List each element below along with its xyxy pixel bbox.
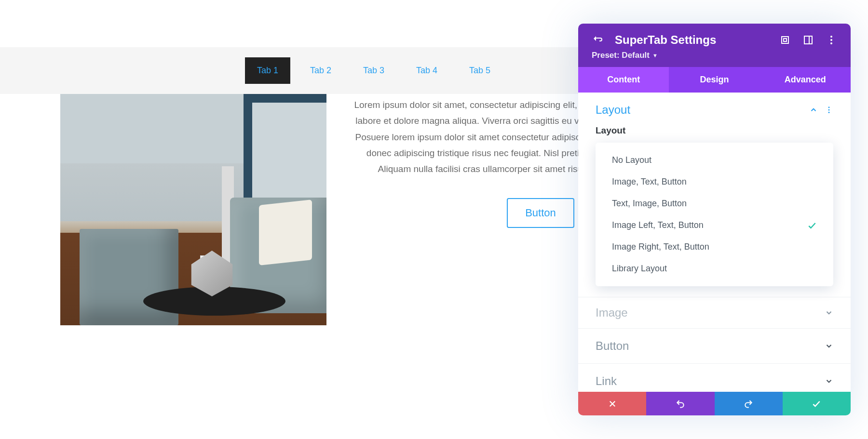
svg-point-8 [828,109,830,111]
section-link: Link [578,364,851,392]
cancel-button[interactable] [578,392,646,415]
section-image-header[interactable]: Image [596,306,833,319]
tab-4[interactable]: Tab 4 [404,57,449,84]
content-image [60,94,326,325]
tab-design-settings[interactable]: Design [669,67,760,93]
section-button-title: Button [596,339,629,353]
svg-rect-1 [784,39,787,41]
section-menu-icon[interactable] [825,106,833,114]
section-button-header[interactable]: Button [596,339,833,353]
tab-content-settings[interactable]: Content [578,67,669,93]
chevron-down-icon [825,342,833,350]
section-layout-header[interactable]: Layout [596,103,833,117]
tab-3[interactable]: Tab 3 [351,57,396,84]
tab-advanced-settings[interactable]: Advanced [760,67,851,93]
tab-2[interactable]: Tab 2 [298,57,343,84]
section-button: Button [578,329,851,364]
chevron-down-icon [825,308,833,317]
undo-button[interactable] [646,392,714,415]
check-icon [807,221,817,230]
section-layout: Layout Layout No Layout Image, Text, But… [578,93,851,297]
chevron-down-icon [825,377,833,386]
section-layout-title: Layout [596,103,630,117]
svg-point-5 [830,39,832,41]
layout-option-library[interactable]: Library Layout [596,258,833,279]
redo-icon [744,399,753,409]
section-image-title: Image [596,306,628,319]
check-icon [812,399,821,409]
svg-point-4 [830,36,832,38]
layout-option-text-image-button[interactable]: Text, Image, Button [596,193,833,214]
layout-option-image-right[interactable]: Image Right, Text, Button [596,236,833,258]
panel-body[interactable]: Layout Layout No Layout Image, Text, But… [578,93,851,392]
section-link-header[interactable]: Link [596,374,833,388]
undo-icon [676,399,685,409]
confirm-button[interactable] [783,392,851,415]
panel-title: SuperTab Settings [615,33,768,47]
svg-point-7 [828,106,830,108]
tab-5[interactable]: Tab 5 [457,57,502,84]
layout-option-no-layout[interactable]: No Layout [596,149,833,171]
caret-down-icon: ▼ [652,53,658,58]
svg-rect-0 [782,37,788,43]
tab-1[interactable]: Tab 1 [245,57,290,84]
layout-dropdown[interactable]: No Layout Image, Text, Button Text, Imag… [596,143,833,286]
dock-icon[interactable] [802,34,814,46]
action-bar [578,392,851,415]
layout-option-image-left[interactable]: Image Left, Text, Button [596,214,833,236]
content-button[interactable]: Button [507,198,574,228]
svg-point-6 [830,42,832,44]
section-link-title: Link [596,374,617,388]
expand-icon[interactable] [779,34,791,46]
chevron-up-icon [809,106,818,114]
panel-header: SuperTab Settings Preset: Default ▼ [578,24,851,67]
svg-rect-2 [804,36,812,44]
preset-selector[interactable]: Preset: Default ▼ [592,51,658,60]
panel-tabs: Content Design Advanced [578,67,851,93]
close-icon [608,399,617,408]
layout-field-label: Layout [596,125,833,136]
section-image: Image [578,297,851,329]
back-icon[interactable] [592,34,603,46]
svg-point-9 [828,112,830,113]
preset-label: Preset: Default [592,51,650,60]
layout-option-image-text-button[interactable]: Image, Text, Button [596,171,833,193]
redo-button[interactable] [715,392,783,415]
settings-panel: SuperTab Settings Preset: Default ▼ Cont… [578,24,851,415]
kebab-menu-icon[interactable] [826,34,837,46]
